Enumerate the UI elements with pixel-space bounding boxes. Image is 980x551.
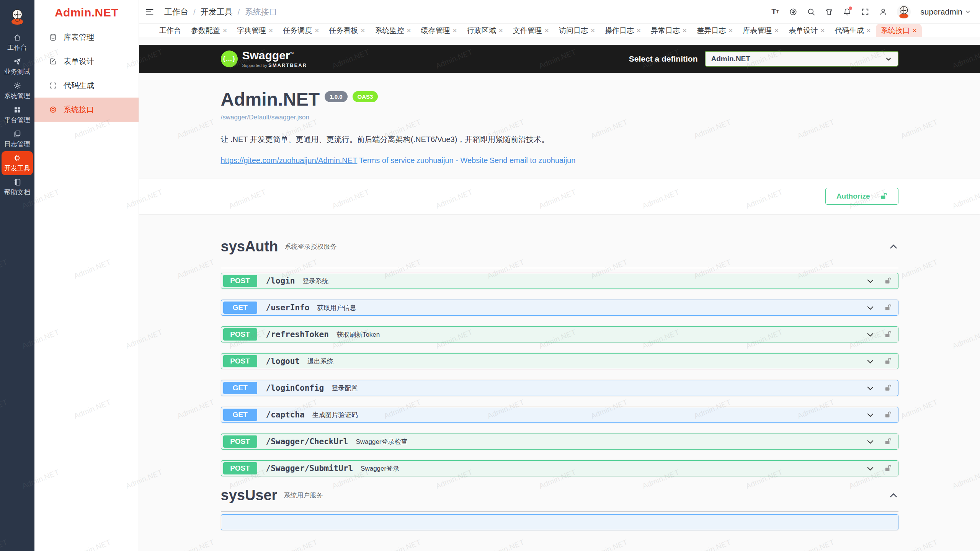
tab-close-icon[interactable]: ×	[913, 27, 917, 34]
endpoint-row[interactable]: GET/loginConfig登录配置	[221, 380, 898, 396]
endpoint-row[interactable]: POST/Swagger/SubmitUrlSwagger登录	[221, 460, 898, 476]
tab-差异日志[interactable]: 差异日志×	[692, 24, 738, 37]
tab-close-icon[interactable]: ×	[545, 27, 549, 34]
lock-icon[interactable]	[884, 357, 892, 365]
rail-item-log-mgmt[interactable]: 日志管理	[0, 127, 34, 151]
tab-close-icon[interactable]: ×	[774, 27, 779, 34]
tab-代码生成[interactable]: 代码生成×	[830, 24, 876, 37]
endpoint-path: /logout	[266, 357, 300, 366]
sidebar-item-form-design[interactable]: 表单设计	[34, 49, 139, 73]
tab-缓存管理[interactable]: 缓存管理×	[416, 24, 462, 37]
tab-异常日志[interactable]: 异常日志×	[646, 24, 692, 37]
email-link[interactable]: Send email to zuohuaijun	[490, 156, 576, 165]
expand-chevron-icon[interactable]	[866, 464, 875, 473]
user-avatar[interactable]	[897, 5, 911, 19]
lock-icon[interactable]	[884, 331, 892, 339]
expand-chevron-icon[interactable]	[866, 277, 875, 285]
collapse-chevron-up-icon[interactable]	[889, 491, 898, 500]
endpoint-row[interactable]: POST/refreshToken获取刷新Token	[221, 326, 898, 342]
method-badge: POST	[223, 275, 257, 287]
endpoint-row[interactable]: POST/login登录系统	[221, 273, 898, 289]
notification-badge-dot	[849, 7, 852, 10]
lock-icon[interactable]	[884, 465, 892, 473]
tab-访问日志[interactable]: 访问日志×	[554, 24, 600, 37]
tab-字典管理[interactable]: 字典管理×	[232, 24, 278, 37]
breadcrumb-item[interactable]: 开发工具	[201, 7, 233, 17]
fullscreen-icon[interactable]	[861, 8, 869, 16]
tab-工作台[interactable]: 工作台	[154, 24, 186, 37]
tab-任务看板[interactable]: 任务看板×	[324, 24, 370, 37]
tab-close-icon[interactable]: ×	[637, 27, 641, 34]
expand-chevron-icon[interactable]	[866, 357, 875, 366]
tab-label: 库表管理	[743, 26, 772, 36]
tab-表单设计[interactable]: 表单设计×	[784, 24, 830, 37]
repo-link[interactable]: https://gitee.com/zuohuaijun/Admin.NET	[221, 156, 358, 165]
tab-close-icon[interactable]: ×	[683, 27, 687, 34]
endpoint-row[interactable]: POST/Swagger/CheckUrlSwagger登录检查	[221, 434, 898, 450]
tab-参数配置[interactable]: 参数配置×	[186, 24, 232, 37]
tab-库表管理[interactable]: 库表管理×	[738, 24, 784, 37]
sidebar-item-code-gen[interactable]: 代码生成	[34, 73, 139, 98]
tab-label: 代码生成	[835, 26, 864, 36]
lock-icon[interactable]	[884, 438, 892, 446]
expand-chevron-icon[interactable]	[866, 330, 875, 339]
tab-close-icon[interactable]: ×	[223, 27, 227, 34]
terms-of-service-link[interactable]: Terms of service	[359, 156, 415, 165]
tab-行政区域[interactable]: 行政区域×	[462, 24, 508, 37]
lock-icon[interactable]	[884, 277, 892, 285]
tab-close-icon[interactable]: ×	[315, 27, 319, 34]
section-header[interactable]: sysAuth 系统登录授权服务	[221, 238, 898, 255]
collapse-chevron-up-icon[interactable]	[889, 242, 898, 252]
rail-item-system-mgmt[interactable]: 系统管理	[0, 79, 34, 103]
tab-close-icon[interactable]: ×	[728, 27, 733, 34]
tab-文件管理[interactable]: 文件管理×	[508, 24, 554, 37]
rail-item-business-test[interactable]: 业务测试	[0, 55, 34, 79]
rail-item-workbench[interactable]: 工作台	[0, 31, 34, 55]
book-icon	[13, 178, 21, 186]
tab-close-icon[interactable]: ×	[453, 27, 457, 34]
sidebar-item-system-api[interactable]: 系统接口	[34, 98, 139, 122]
sidebar-item-db-table-mgmt[interactable]: 库表管理	[34, 25, 139, 49]
tab-close-icon[interactable]: ×	[867, 27, 871, 34]
rail-item-help-docs[interactable]: 帮助文档	[0, 175, 34, 199]
authorize-button[interactable]: Authorize	[825, 188, 898, 205]
spec-url-link[interactable]: /swagger/Default/swagger.json	[221, 114, 310, 121]
expand-chevron-icon[interactable]	[866, 303, 875, 312]
section-header[interactable]: sysUser 系统用户服务	[221, 487, 898, 504]
endpoint-row[interactable]: GET/userInfo获取用户信息	[221, 300, 898, 316]
tab-操作日志[interactable]: 操作日志×	[600, 24, 646, 37]
website-link[interactable]: zuohuaijun - Website	[416, 156, 488, 165]
endpoint-row[interactable]: POST/logout退出系统	[221, 353, 898, 369]
user-menu[interactable]: superadmin	[920, 7, 971, 16]
tab-close-icon[interactable]: ×	[591, 27, 595, 34]
definition-select[interactable]: Admin.NET	[705, 51, 898, 67]
theme-shirt-icon[interactable]	[825, 8, 833, 16]
tab-close-icon[interactable]: ×	[361, 27, 365, 34]
tab-label: 异常日志	[651, 26, 680, 36]
font-size-icon[interactable]: TT	[771, 8, 779, 16]
tab-任务调度[interactable]: 任务调度×	[278, 24, 324, 37]
tab-close-icon[interactable]: ×	[499, 27, 503, 34]
rail-item-platform-mgmt[interactable]: 平台管理	[0, 103, 34, 127]
tab-系统接口[interactable]: 系统接口×	[876, 24, 922, 37]
tab-close-icon[interactable]: ×	[820, 27, 825, 34]
tab-label: 文件管理	[513, 26, 542, 36]
expand-chevron-icon[interactable]	[866, 437, 875, 446]
rail-item-dev-tools[interactable]: 开发工具	[2, 151, 33, 175]
tab-系统监控[interactable]: 系统监控×	[370, 24, 416, 37]
notification-bell-icon[interactable]	[843, 8, 851, 16]
lock-icon[interactable]	[884, 304, 892, 312]
expand-chevron-icon[interactable]	[866, 411, 875, 419]
endpoint-row[interactable]: GET/captcha生成图片验证码	[221, 407, 898, 423]
collapse-menu-icon[interactable]	[145, 7, 154, 16]
tab-close-icon[interactable]: ×	[269, 27, 273, 34]
endpoint-row[interactable]	[221, 514, 898, 530]
lock-icon[interactable]	[884, 411, 892, 419]
language-icon[interactable]	[789, 8, 797, 16]
user-icon[interactable]	[879, 8, 887, 16]
tab-close-icon[interactable]: ×	[407, 27, 411, 34]
search-icon[interactable]	[807, 8, 815, 16]
expand-chevron-icon[interactable]	[866, 384, 875, 393]
breadcrumb-item[interactable]: 工作台	[164, 7, 188, 17]
lock-icon[interactable]	[884, 384, 892, 392]
